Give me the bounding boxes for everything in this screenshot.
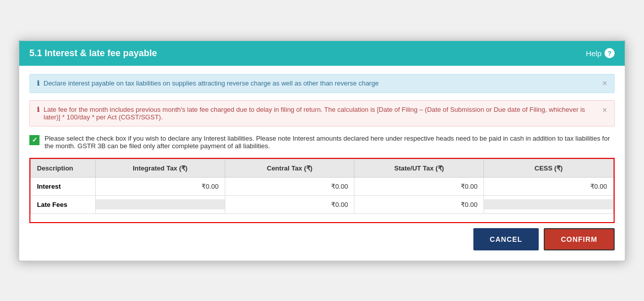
interest-state-ut-tax-input[interactable]	[354, 178, 484, 195]
table-row: Interest	[31, 177, 614, 195]
col-state-ut-tax: State/UT Tax (₹)	[354, 159, 484, 177]
help-button[interactable]: Help ?	[586, 48, 615, 58]
interest-cess-input[interactable]	[484, 178, 613, 195]
button-footer: CANCEL CONFIRM	[29, 223, 615, 252]
interest-late-fee-table: Description Integrated Tax (₹) Central T…	[30, 159, 614, 214]
table-row: Late Fees	[31, 195, 614, 213]
warning-banner-text: Late fee for the month includes previous…	[44, 106, 597, 121]
modal-header: 5.1 Interest & late fee payable Help ?	[19, 41, 625, 66]
info-banner-text: Declare interest payable on tax liabilit…	[44, 79, 597, 87]
col-central-tax: Central Tax (₹)	[225, 159, 354, 177]
interest-central-tax-input[interactable]	[225, 178, 354, 195]
late-fees-state-ut-tax-cell[interactable]	[354, 195, 484, 213]
interest-state-ut-tax-cell[interactable]	[354, 177, 484, 195]
late-fees-label: Late Fees	[31, 195, 96, 213]
late-fees-cess-disabled	[484, 199, 613, 209]
modal-title: 5.1 Interest & late fee payable	[29, 48, 157, 59]
late-fees-state-ut-tax-input[interactable]	[354, 196, 484, 213]
table-header: Description Integrated Tax (₹) Central T…	[31, 159, 614, 177]
info-banner-close-button[interactable]: ×	[602, 79, 607, 88]
interest-label: Interest	[31, 177, 96, 195]
late-fees-central-tax-cell[interactable]	[225, 195, 354, 213]
warning-icon: ℹ	[37, 106, 39, 113]
col-cess: CESS (₹)	[484, 159, 614, 177]
interest-checkbox[interactable]	[29, 135, 39, 145]
late-fees-central-tax-input[interactable]	[225, 196, 354, 213]
help-label: Help	[586, 49, 601, 58]
modal-body: ℹ Declare interest payable on tax liabil…	[19, 66, 625, 261]
modal-container: 5.1 Interest & late fee payable Help ? ℹ…	[18, 40, 626, 262]
col-integrated-tax: Integrated Tax (₹)	[95, 159, 225, 177]
interest-checkbox-wrapper[interactable]	[29, 135, 39, 145]
confirm-button[interactable]: CONFIRM	[544, 228, 615, 250]
interest-central-tax-cell[interactable]	[225, 177, 354, 195]
help-icon: ?	[605, 48, 615, 58]
checkbox-label: Please select the check box if you wish …	[45, 135, 615, 150]
data-table-wrapper: Description Integrated Tax (₹) Central T…	[29, 158, 615, 223]
col-description: Description	[31, 159, 96, 177]
table-body: Interest	[31, 177, 614, 213]
late-fees-integrated-tax-disabled	[96, 199, 225, 209]
late-fees-integrated-tax-cell	[95, 195, 225, 213]
late-fees-cess-cell	[484, 195, 614, 213]
info-icon: ℹ	[37, 79, 39, 87]
interest-cess-cell[interactable]	[484, 177, 614, 195]
checkbox-section: Please select the check box if you wish …	[29, 135, 615, 150]
interest-integrated-tax-cell[interactable]	[95, 177, 225, 195]
interest-integrated-tax-input[interactable]	[96, 178, 225, 195]
info-banner: ℹ Declare interest payable on tax liabil…	[29, 74, 615, 93]
warning-banner: ℹ Late fee for the month includes previo…	[29, 100, 615, 126]
cancel-button[interactable]: CANCEL	[473, 228, 538, 250]
warning-banner-close-button[interactable]: ×	[602, 106, 607, 115]
